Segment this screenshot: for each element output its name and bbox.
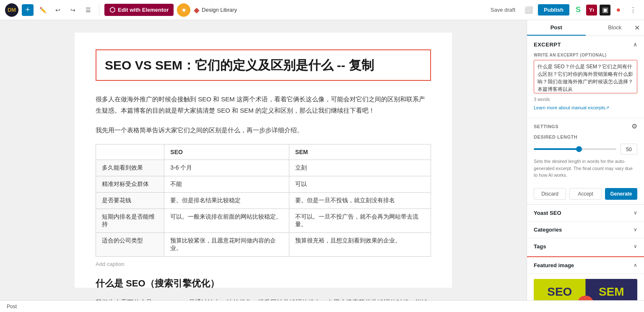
table-cell-0-1: 3-6 个月 <box>164 160 289 176</box>
excerpt-learn-more-link[interactable]: Learn more about manual excerpts↗ <box>534 105 609 110</box>
svg-text:SEO: SEO <box>547 285 572 298</box>
categories-chevron-icon: ∨ <box>634 227 637 232</box>
plugin-icon-square[interactable]: ▣ <box>600 5 610 15</box>
table-cell-2-2: 要。但是一旦不投钱，就立刻没有排名 <box>289 193 431 209</box>
plugin-icon-s[interactable]: S <box>573 5 584 15</box>
slider-track[interactable] <box>534 148 616 150</box>
featured-image-preview[interactable]: SEO Search Engine Optimization VS SEM Se… <box>534 279 637 301</box>
toolbar: DM + ✏️ ↩ ↪ ☰ ⬡ Edit with Elementor ★ ◆ … <box>0 0 644 20</box>
categories-title: Categories <box>534 227 562 233</box>
add-block-button[interactable]: + <box>22 4 34 16</box>
table-cell-0-0: 多久能看到效果 <box>96 160 164 176</box>
edit-elementor-button[interactable]: ⬡ Edit with Elementor <box>104 4 174 16</box>
right-panel: Post Block ✕ Excerpt ∧ WRITE AN EXCERPT … <box>527 20 644 300</box>
table-cell-1-2: 可以 <box>289 176 431 193</box>
plugin-icon-circle[interactable]: ● <box>613 5 624 15</box>
editor-content: SEO VS SEM：它们的定义及区别是什么 -- 复制 很多人在做海外推广的时… <box>75 33 452 288</box>
excerpt-label: WRITE AN EXCERPT (OPTIONAL) <box>534 53 637 57</box>
more-options-button[interactable]: ⋮ <box>627 4 639 16</box>
publish-label: Publish <box>544 7 564 13</box>
discard-button[interactable]: Discard <box>534 188 566 200</box>
yoast-seo-title: Yoast SEO <box>534 210 561 216</box>
table-header-seo: SEO <box>164 144 289 160</box>
table-header-sem: SEM <box>289 144 431 160</box>
excerpt-wordcount: 3 words <box>534 97 637 102</box>
plugin-icon-y[interactable]: Yı <box>586 5 597 15</box>
table-cell-4-1: 预算比较紧张，且愿意花时间做内容的企业。 <box>164 233 289 257</box>
elementor-logo-icon: ⬡ <box>109 6 115 14</box>
table-header-0 <box>96 144 164 160</box>
slider-row: 50 <box>534 144 637 155</box>
table-cell-1-0: 精准对标受众群体 <box>96 176 164 193</box>
body-paragraph-1[interactable]: 很多人在做海外推广的时候会接触到 SEO 和 SEM 这两个术语，看着它俩长这么… <box>96 93 431 116</box>
body-paragraph-2[interactable]: 我先用一个表格简单告诉大家它们之间的区别是什么，再一步步详细介绍。 <box>96 124 431 136</box>
site-logo[interactable]: DM <box>5 3 18 17</box>
panel-tabs: Post Block ✕ <box>527 20 644 36</box>
list-icon: ☰ <box>86 7 91 13</box>
settings-label: SETTINGS <box>534 124 558 129</box>
yoast-seo-header[interactable]: Yoast SEO ∨ <box>527 205 644 221</box>
excerpt-section: Excerpt ∧ WRITE AN EXCERPT (OPTIONAL) 什么… <box>527 36 644 204</box>
undo-button[interactable]: ↩ <box>52 4 64 16</box>
excerpt-actions: Discard Accept Generate <box>527 184 644 204</box>
table-cell-3-1: 可以。一般来说排在前面的网站比较稳定。 <box>164 209 289 233</box>
add-icon: + <box>26 5 30 14</box>
design-library-label: Design Library <box>202 7 237 13</box>
design-library-button[interactable]: ◆ Design Library <box>194 5 237 15</box>
table-row: 短期内排名是否能维持可以。一般来说排在前面的网站比较稳定。不可以。一旦不投广告，… <box>96 209 431 233</box>
status-bar-label: Post <box>7 304 17 309</box>
tags-title: Tags <box>534 243 546 250</box>
excerpt-section-header[interactable]: Excerpt ∧ <box>527 36 644 53</box>
comparison-table: SEO SEM 多久能看到效果3-6 个月立刻精准对标受众群体不能可以是否要花钱… <box>96 144 431 257</box>
table-row: 适合的公司类型预算比较紧张，且愿意花时间做内容的企业。预算很充裕，且想立刻看到效… <box>96 233 431 257</box>
tags-header[interactable]: Tags ∨ <box>527 238 644 255</box>
desired-length-section: DESIRED LENGTH 50 Sets the desired lengt… <box>527 134 644 184</box>
table-cell-1-1: 不能 <box>164 176 289 193</box>
featured-image-header[interactable]: Featured image ∧ <box>527 257 644 274</box>
excerpt-textarea[interactable]: 什么是 SEO？什么是 SEM？它们之间有什么区别？它们对你的海外营销策略有什么… <box>534 60 637 93</box>
tab-post-label: Post <box>551 24 562 31</box>
publish-button[interactable]: Publish <box>538 4 569 15</box>
redo-button[interactable]: ↪ <box>67 4 79 16</box>
accept-button[interactable]: Accept <box>569 188 602 200</box>
settings-row: SETTINGS ⚙ <box>527 118 644 134</box>
tags-chevron-icon: ∨ <box>634 243 637 249</box>
table-cell-0-2: 立刻 <box>289 160 431 176</box>
star-button[interactable]: ★ <box>177 3 190 17</box>
undo-icon: ↩ <box>55 7 60 13</box>
post-title[interactable]: SEO VS SEM：它们的定义及区别是什么 -- 复制 <box>105 57 422 73</box>
post-title-block[interactable]: SEO VS SEM：它们的定义及区别是什么 -- 复制 <box>96 49 431 81</box>
add-caption[interactable]: Add caption <box>96 261 431 267</box>
generate-button[interactable]: Generate <box>605 188 637 200</box>
toolbar-right: Save draft ⬜ Publish S Yı ▣ ● ⋮ <box>486 4 639 16</box>
main-container: SEO VS SEM：它们的定义及区别是什么 -- 复制 很多人在做海外推广的时… <box>0 20 644 300</box>
star-icon: ★ <box>181 6 187 14</box>
pencil-icon: ✏️ <box>39 7 47 13</box>
desired-length-label: DESIRED LENGTH <box>534 134 637 139</box>
settings-adjust-icon[interactable]: ⚙ <box>631 122 637 130</box>
pencil-icon-button[interactable]: ✏️ <box>37 4 49 16</box>
panel-close-button[interactable]: ✕ <box>634 25 640 31</box>
desired-length-desc: Sets the desired length in words for the… <box>534 158 637 179</box>
screen-icon: ⬜ <box>525 6 533 14</box>
tab-post[interactable]: Post <box>527 20 586 36</box>
table-row: 精准对标受众群体不能可以 <box>96 176 431 193</box>
slider-value[interactable]: 50 <box>621 144 637 155</box>
design-library-logo-icon: ◆ <box>194 5 200 15</box>
save-draft-button[interactable]: Save draft <box>486 5 519 15</box>
svg-text:SEM: SEM <box>599 285 624 298</box>
table-cell-3-2: 不可以。一旦不投广告，就不会再为网站带去流量。 <box>289 209 431 233</box>
plugin-icons: S Yı ▣ ● <box>573 5 624 15</box>
screen-size-icon-button[interactable]: ⬜ <box>523 4 535 16</box>
featured-image-title: Featured image <box>534 262 574 268</box>
slider-thumb[interactable] <box>576 146 582 152</box>
categories-header[interactable]: Categories ∨ <box>527 222 644 238</box>
tags-section: Tags ∨ <box>527 238 644 255</box>
section-heading[interactable]: 什么是 SEO（搜索引擎优化） <box>96 277 431 290</box>
list-icon-button[interactable]: ☰ <box>82 4 94 16</box>
table-cell-2-0: 是否要花钱 <box>96 193 164 209</box>
logo-initials: DM <box>8 7 16 13</box>
seo-paragraph[interactable]: 我们先来看下什么是 SEO，SEO 是通过站内、站外优化，提升网站关键词的排名，… <box>96 297 431 300</box>
tab-block-label: Block <box>608 24 621 31</box>
featured-image-section: Featured image ∧ SEO Search Engine Optim… <box>527 256 644 301</box>
